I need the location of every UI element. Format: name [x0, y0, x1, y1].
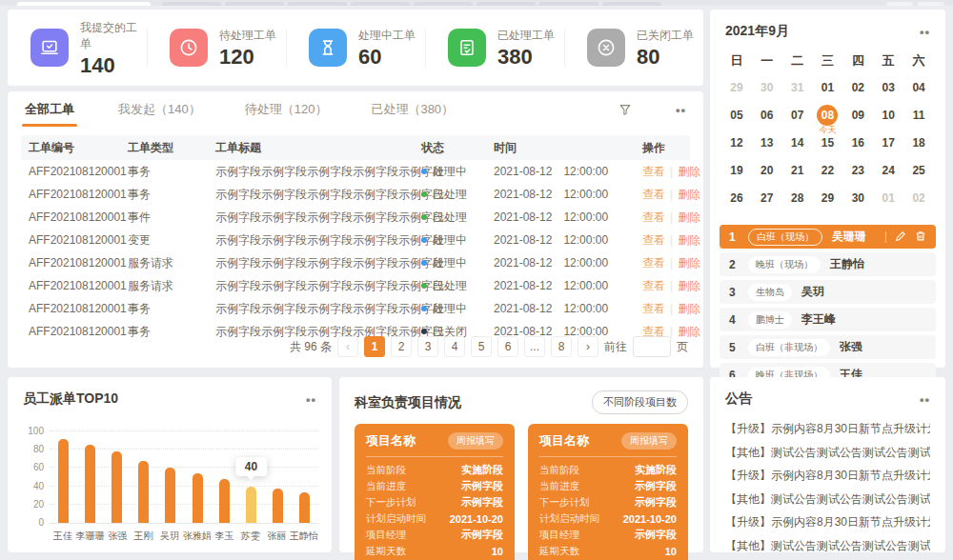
page-button-...[interactable]: ... [524, 336, 545, 357]
view-link[interactable]: 查看 [642, 256, 665, 270]
calendar-day[interactable]: 23 [842, 160, 873, 182]
delete-link[interactable]: 删除 [678, 188, 700, 201]
bar-王佳[interactable] [58, 439, 69, 523]
calendar-day[interactable]: 09 [842, 105, 873, 127]
calendar-day[interactable]: 06 [752, 105, 782, 127]
bar-苏雯[interactable] [246, 487, 256, 523]
calendar-day[interactable]: 28 [782, 188, 813, 210]
view-link[interactable]: 查看 [642, 210, 665, 224]
calendar-day[interactable]: 17 [873, 132, 903, 154]
weekly-report-badge[interactable]: 周报填写 [621, 432, 677, 450]
browser-tab[interactable] [225, 2, 284, 6]
calendar-day[interactable]: 11 [903, 105, 934, 127]
calendar-day[interactable]: 12 [721, 132, 752, 154]
tab-2[interactable]: 我发起（140） [118, 101, 201, 118]
tab-1[interactable]: 全部工单 [25, 101, 74, 118]
calendar-day[interactable]: 22 [813, 160, 843, 182]
bar-张强[interactable] [112, 451, 122, 523]
calendar-day[interactable]: 25 [903, 160, 934, 182]
worklist-more-icon[interactable]: •• [676, 103, 686, 117]
project-card[interactable]: 项目名称周报填写当前阶段实施阶段当前进度示例字段下一步计划示例字段计划启动时间2… [355, 424, 515, 560]
calendar-day[interactable]: 04 [903, 77, 934, 99]
calendar-day[interactable]: 30 [842, 188, 873, 210]
calendar-more-icon[interactable]: •• [920, 25, 930, 39]
browser-tab[interactable] [602, 2, 661, 6]
shift-row[interactable]: 2晚班（现场）王静怡 [720, 252, 936, 276]
calendar-day[interactable]: 05 [721, 105, 752, 127]
tab-3[interactable]: 待处理（120） [245, 101, 328, 118]
announcements-more-icon[interactable]: •• [920, 392, 930, 407]
announcement-item[interactable]: 【升级】示例内容8月30日新节点升级计划通知 [725, 510, 930, 534]
bar-王刚[interactable] [138, 461, 149, 523]
calendar-day[interactable]: 16 [842, 132, 873, 154]
page-button-1[interactable]: 1 [364, 336, 385, 357]
calendar-day[interactable]: 24 [873, 160, 903, 182]
browser-tab[interactable] [351, 2, 410, 6]
browser-tab[interactable] [414, 2, 473, 6]
calendar-day[interactable]: 08今天 [813, 105, 843, 127]
view-link[interactable]: 查看 [642, 188, 665, 201]
page-button-5[interactable]: 5 [471, 336, 492, 357]
calendar-day[interactable]: 20 [752, 160, 782, 182]
announcement-item[interactable]: 【其他】测试公告测试公告测试公告测试公告测试公告 [725, 441, 930, 465]
calendar-day[interactable]: 30 [752, 77, 782, 99]
calendar-day[interactable]: 07 [782, 105, 813, 127]
announcement-item[interactable]: 【其他】测试公告测试公告测试公告测试公告测试公告 [725, 488, 930, 511]
shift-row[interactable]: 5白班（非现场）张强 [720, 335, 936, 359]
calendar-today[interactable]: 08 [817, 105, 838, 126]
calendar-day[interactable]: 01 [873, 188, 903, 210]
bar-张丽[interactable] [273, 489, 283, 523]
calendar-day[interactable]: 03 [873, 77, 903, 99]
edit-icon[interactable] [895, 229, 906, 246]
bar-李玉[interactable] [219, 479, 230, 523]
calendar-day[interactable]: 19 [721, 160, 752, 182]
calendar-day[interactable]: 13 [752, 132, 782, 154]
calendar-day[interactable]: 26 [721, 188, 752, 210]
browser-tab[interactable] [288, 2, 347, 6]
announcement-item[interactable]: 【升级】示例内容8月30日新节点升级计划通知 [725, 464, 930, 488]
delete-link[interactable]: 删除 [678, 302, 700, 315]
delete-link[interactable]: 删除 [678, 165, 700, 178]
delete-link[interactable]: 删除 [678, 210, 700, 224]
delete-link[interactable]: 删除 [678, 256, 700, 270]
view-link[interactable]: 查看 [642, 279, 665, 292]
shift-row[interactable]: 1白班（现场）吴珊珊 [720, 225, 936, 249]
calendar-day[interactable]: 27 [752, 188, 782, 210]
calendar-day[interactable]: 21 [782, 160, 813, 182]
browser-tab[interactable] [476, 2, 536, 6]
view-link[interactable]: 查看 [642, 302, 665, 315]
calendar-day[interactable]: 18 [903, 132, 934, 154]
phase-count-button[interactable]: 不同阶段项目数 [592, 390, 688, 414]
browser-control[interactable] [886, 2, 913, 6]
page-button-8[interactable]: 8 [551, 336, 572, 357]
delete-icon[interactable] [915, 229, 926, 246]
calendar-day[interactable]: 29 [813, 188, 843, 210]
calendar-day[interactable]: 14 [782, 132, 813, 154]
weekly-report-badge[interactable]: 周报填写 [448, 432, 503, 450]
delete-link[interactable]: 删除 [678, 279, 700, 292]
announcement-item[interactable]: 【其他】测试公告测试公告测试公告测试公告测试公告 [725, 534, 930, 558]
page-button-2[interactable]: 2 [391, 336, 412, 357]
project-card[interactable]: 项目名称周报填写当前阶段实施阶段当前进度示例字段下一步计划示例字段计划启动时间2… [528, 424, 688, 560]
bar-李珊珊[interactable] [85, 445, 95, 523]
announcement-item[interactable]: 【升级】示例内容8月30日新节点升级计划通知 [725, 417, 930, 441]
calendar-day[interactable]: 29 [721, 77, 752, 99]
bar-张雅娟[interactable] [193, 473, 203, 523]
page-button-6[interactable]: 6 [497, 336, 518, 357]
browser-tab[interactable] [162, 2, 221, 6]
pagination-next-button[interactable]: › [578, 336, 598, 357]
browser-tab[interactable] [539, 2, 598, 6]
pagination-goto-input[interactable] [633, 336, 671, 357]
calendar-day[interactable]: 31 [782, 77, 813, 99]
shift-row[interactable]: 4鹏博士李王峰 [720, 308, 936, 331]
calendar-day[interactable]: 15 [813, 132, 843, 154]
calendar-day[interactable]: 10 [873, 105, 903, 127]
view-link[interactable]: 查看 [642, 165, 665, 178]
tab-4[interactable]: 已处理（380） [371, 101, 454, 118]
page-button-3[interactable]: 3 [417, 336, 438, 357]
browser-tab-active[interactable] [17, 2, 151, 6]
delete-link[interactable]: 删除 [678, 233, 700, 247]
page-button-4[interactable]: 4 [444, 336, 465, 357]
browser-control[interactable] [918, 2, 944, 6]
filter-icon[interactable] [618, 103, 632, 116]
